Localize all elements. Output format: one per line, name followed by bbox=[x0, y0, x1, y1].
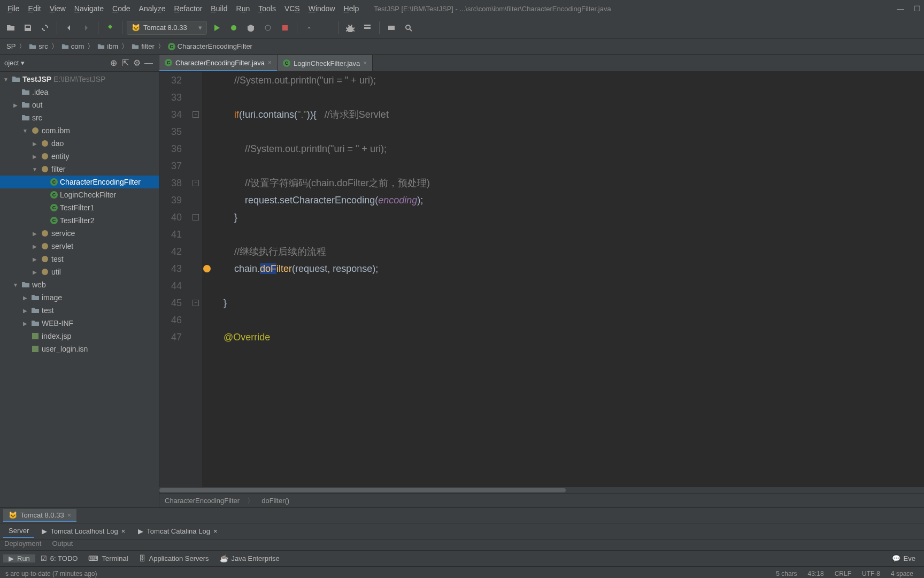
run-button[interactable] bbox=[209, 20, 224, 35]
deployment-tab[interactable]: Deployment bbox=[4, 539, 41, 550]
collapse-all-icon[interactable]: ⇱ bbox=[119, 57, 131, 69]
breadcrumb-item[interactable]: CharacterEncodingFilter bbox=[165, 42, 256, 50]
subtab-localhost-log[interactable]: ▶Tomcat Localhost Log× bbox=[36, 525, 130, 538]
tree-node[interactable]: ▶out bbox=[0, 98, 159, 111]
tree-node[interactable]: .idea bbox=[0, 86, 159, 98]
status-linesep[interactable]: CRLF bbox=[829, 570, 857, 577]
status-caret[interactable]: 43:18 bbox=[803, 570, 829, 577]
minimize-button[interactable]: — bbox=[897, 4, 904, 13]
open-button[interactable] bbox=[3, 20, 18, 35]
update-button[interactable] bbox=[319, 20, 334, 35]
run-config-selector[interactable]: 🐱 Tomcat 8.0.33 ▾ bbox=[127, 21, 207, 35]
tool-eventlog[interactable]: 💬Eve bbox=[887, 554, 921, 562]
tree-node[interactable]: ▶dao bbox=[0, 137, 159, 150]
tree-node[interactable]: ▼web bbox=[0, 278, 159, 291]
back-button[interactable] bbox=[61, 20, 76, 35]
crumb-class[interactable]: CharacterEncodingFilter bbox=[165, 497, 240, 505]
locate-file-icon[interactable]: ⊕ bbox=[107, 57, 119, 69]
settings-button[interactable] bbox=[343, 20, 358, 35]
crumb-method[interactable]: doFilter() bbox=[261, 497, 289, 505]
menu-navigate[interactable]: Navigate bbox=[70, 4, 108, 13]
tree-node[interactable]: CharacterEncodingFilter bbox=[0, 176, 159, 188]
tree-node[interactable]: ▶servlet bbox=[0, 240, 159, 253]
gutter[interactable]: 32333435363738394041424344454647 bbox=[159, 72, 191, 487]
close-tab-icon[interactable]: × bbox=[268, 59, 272, 66]
menu-refactor[interactable]: Refactor bbox=[170, 4, 206, 13]
tree-node[interactable]: LoginCheckFilter bbox=[0, 188, 159, 201]
tool-terminal[interactable]: ⌨Terminal bbox=[83, 554, 133, 562]
fold-column[interactable]: −−−− bbox=[191, 72, 202, 487]
tree-node[interactable]: index.jsp bbox=[0, 330, 159, 343]
menu-tools[interactable]: Tools bbox=[254, 4, 280, 13]
save-button[interactable] bbox=[20, 20, 35, 35]
maximize-button[interactable]: ☐ bbox=[914, 4, 921, 13]
fold-toggle[interactable]: − bbox=[192, 111, 199, 118]
editor-tab[interactable]: LoginCheckFilter.java× bbox=[278, 55, 373, 71]
menu-edit[interactable]: Edit bbox=[24, 4, 45, 13]
code-editor[interactable]: 32333435363738394041424344454647 −−−− //… bbox=[159, 72, 924, 487]
attach-button[interactable] bbox=[302, 20, 317, 35]
project-view-label[interactable]: oject ▾ bbox=[4, 59, 107, 67]
forward-button[interactable] bbox=[79, 20, 94, 35]
tree-node[interactable]: ▶WEB-INF bbox=[0, 317, 159, 330]
menu-file[interactable]: File bbox=[3, 4, 24, 13]
search-button[interactable] bbox=[401, 20, 416, 35]
build-button[interactable] bbox=[103, 20, 118, 35]
subtab-catalina-log[interactable]: ▶Tomcat Catalina Log× bbox=[133, 525, 222, 538]
hide-icon[interactable]: — bbox=[143, 57, 155, 69]
sync-button[interactable] bbox=[37, 20, 52, 35]
close-icon[interactable]: × bbox=[213, 527, 218, 535]
tree-node[interactable]: ▼filter bbox=[0, 163, 159, 176]
tree-node[interactable]: ▶util bbox=[0, 265, 159, 278]
menu-help[interactable]: Help bbox=[340, 4, 364, 13]
tree-node[interactable]: src bbox=[0, 111, 159, 124]
editor-tab[interactable]: CharacterEncodingFilter.java× bbox=[159, 55, 278, 71]
breadcrumb-item[interactable]: filter bbox=[128, 42, 158, 50]
tool-todo[interactable]: ☑6: TODO bbox=[35, 554, 83, 562]
menu-vcs[interactable]: VCS bbox=[280, 4, 304, 13]
fold-toggle[interactable]: − bbox=[192, 180, 199, 186]
settings-icon[interactable]: ⚙ bbox=[131, 57, 143, 69]
intention-bulb-icon[interactable] bbox=[203, 265, 211, 272]
debug-button[interactable] bbox=[226, 20, 241, 35]
stop-button[interactable] bbox=[278, 20, 292, 35]
menu-build[interactable]: Build bbox=[206, 4, 232, 13]
menu-window[interactable]: Window bbox=[304, 4, 340, 13]
tool-appservers[interactable]: 🗄Application Servers bbox=[134, 554, 214, 562]
jrebel-button[interactable] bbox=[384, 20, 399, 35]
tree-node[interactable]: ▶entity bbox=[0, 150, 159, 163]
fold-toggle[interactable]: − bbox=[192, 300, 199, 306]
profile-button[interactable] bbox=[260, 20, 275, 35]
close-icon[interactable]: × bbox=[121, 527, 126, 535]
tool-javaee[interactable]: ☕Java Enterprise bbox=[214, 554, 285, 562]
menu-run[interactable]: Run bbox=[232, 4, 255, 13]
tree-node[interactable]: ▶service bbox=[0, 227, 159, 240]
menu-code[interactable]: Code bbox=[108, 4, 134, 13]
close-icon[interactable]: × bbox=[67, 511, 72, 519]
breadcrumb-item[interactable]: ibm bbox=[94, 42, 121, 50]
menu-view[interactable]: View bbox=[45, 4, 70, 13]
output-tab[interactable]: Output bbox=[52, 539, 73, 550]
status-encoding[interactable]: UTF-8 bbox=[857, 570, 886, 577]
tree-node[interactable]: ▶test bbox=[0, 304, 159, 317]
tree-node[interactable]: user_login.isn bbox=[0, 343, 159, 355]
breadcrumb-item[interactable]: SP bbox=[3, 42, 19, 50]
status-indent[interactable]: 4 space bbox=[886, 570, 919, 577]
tree-node[interactable]: ▼com.ibm bbox=[0, 124, 159, 137]
project-tree[interactable]: ▼ TestJSP E:\IBM\TestJSP .idea▶outsrc▼co… bbox=[0, 72, 159, 507]
tool-run[interactable]: ▶Run bbox=[3, 554, 35, 562]
subtab-server[interactable]: Server bbox=[3, 525, 34, 538]
menu-analyze[interactable]: Analyze bbox=[135, 4, 170, 13]
tree-node[interactable]: TestFilter2 bbox=[0, 214, 159, 227]
breadcrumb-item[interactable]: com bbox=[58, 42, 88, 50]
structure-button[interactable] bbox=[360, 20, 375, 35]
tree-node[interactable]: ▶test bbox=[0, 253, 159, 265]
breadcrumb-item[interactable]: src bbox=[26, 42, 51, 50]
run-tab-tomcat[interactable]: 🐱Tomcat 8.0.33× bbox=[3, 509, 76, 522]
tree-node[interactable]: TestFilter1 bbox=[0, 201, 159, 214]
coverage-button[interactable] bbox=[243, 20, 258, 35]
tree-node[interactable]: ▶image bbox=[0, 291, 159, 304]
tree-root[interactable]: ▼ TestJSP E:\IBM\TestJSP bbox=[0, 73, 159, 86]
horizontal-scrollbar[interactable] bbox=[159, 487, 924, 493]
close-tab-icon[interactable]: × bbox=[363, 59, 367, 67]
